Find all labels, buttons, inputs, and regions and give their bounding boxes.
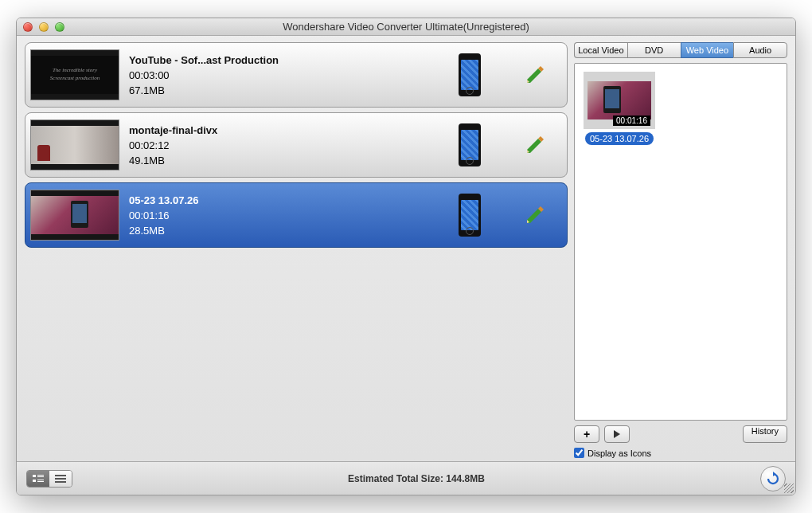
svg-rect-7 [55, 478, 66, 480]
video-list: The incredible storyScreencast productio… [25, 42, 568, 458]
file-item[interactable]: 00:01:16 05-23 13.07.26 [583, 72, 656, 145]
svg-rect-0 [33, 475, 36, 477]
video-row[interactable]: 05-23 13.07.26 00:01:16 28.5MB [25, 182, 568, 248]
total-size-label: Estimated Total Size: 144.8MB [72, 473, 760, 484]
titlebar: Wondershare Video Converter Ultimate(Unr… [17, 18, 795, 36]
video-thumbnail [30, 119, 119, 170]
view-switch [26, 470, 72, 488]
view-grid-button[interactable] [27, 471, 49, 487]
tab-local-video[interactable]: Local Video [574, 42, 627, 58]
svg-rect-8 [55, 481, 66, 483]
edit-icon[interactable] [522, 132, 548, 158]
video-meta: YouTube - Sof...ast Production 00:03:00 … [129, 54, 449, 96]
file-duration: 00:01:16 [613, 116, 650, 126]
video-title: YouTube - Sof...ast Production [129, 54, 449, 66]
add-button[interactable]: + [574, 425, 599, 443]
svg-rect-3 [33, 480, 36, 482]
device-icon [459, 194, 481, 237]
file-browser: 00:01:16 05-23 13.07.26 [574, 63, 787, 421]
library-panel: Local Video DVD Web Video Audio 00:01:16… [574, 42, 787, 458]
footer: Estimated Total Size: 144.8MB [17, 461, 795, 495]
edit-icon[interactable] [522, 202, 548, 228]
play-button[interactable] [604, 425, 630, 443]
video-meta: montaje-final-divx 00:02:12 49.1MB [129, 124, 449, 166]
tab-web-video[interactable]: Web Video [681, 42, 734, 58]
app-window: Wondershare Video Converter Ultimate(Unr… [16, 18, 796, 495]
edit-icon[interactable] [522, 62, 548, 88]
video-size: 49.1MB [129, 155, 449, 166]
source-tabs: Local Video DVD Web Video Audio [574, 42, 787, 58]
svg-rect-2 [37, 476, 44, 477]
tab-dvd[interactable]: DVD [627, 42, 681, 58]
history-button[interactable]: History [743, 425, 787, 443]
resize-grip[interactable] [784, 484, 794, 493]
video-duration: 00:03:00 [129, 69, 449, 81]
svg-rect-6 [55, 475, 66, 476]
file-thumbnail: 00:01:16 [584, 72, 655, 129]
device-icon [459, 53, 481, 96]
body: The incredible storyScreencast productio… [17, 36, 795, 461]
video-row[interactable]: montaje-final-divx 00:02:12 49.1MB [25, 112, 568, 178]
video-size: 67.1MB [129, 84, 449, 96]
video-title: 05-23 13.07.26 [129, 194, 449, 206]
display-as-icons-label: Display as Icons [588, 448, 651, 458]
tab-audio[interactable]: Audio [733, 42, 787, 58]
svg-rect-1 [37, 475, 44, 476]
video-row[interactable]: The incredible storyScreencast productio… [25, 42, 568, 108]
refresh-button[interactable] [760, 466, 786, 491]
svg-rect-5 [37, 481, 44, 482]
video-thumbnail [30, 190, 119, 241]
display-as-icons-checkbox[interactable]: Display as Icons [574, 448, 787, 458]
window-title: Wondershare Video Converter Ultimate(Unr… [17, 21, 795, 33]
video-duration: 00:01:16 [129, 210, 449, 221]
video-list-panel: The incredible storyScreencast productio… [25, 42, 568, 458]
video-size: 28.5MB [129, 225, 449, 237]
device-icon [459, 123, 481, 166]
video-title: montaje-final-divx [129, 124, 449, 136]
video-meta: 05-23 13.07.26 00:01:16 28.5MB [129, 194, 449, 237]
view-list-button[interactable] [49, 471, 72, 487]
video-thumbnail: The incredible storyScreencast productio… [30, 49, 119, 100]
file-label: 05-23 13.07.26 [585, 132, 654, 145]
display-as-icons-input[interactable] [574, 448, 584, 458]
browser-footer: + History [574, 425, 787, 443]
video-duration: 00:02:12 [129, 139, 449, 151]
svg-rect-4 [37, 480, 44, 480]
